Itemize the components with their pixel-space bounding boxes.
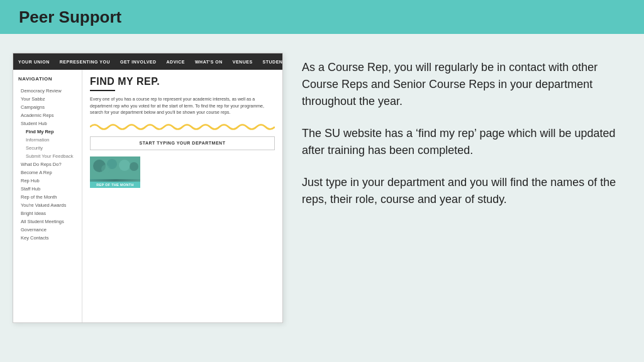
sidebar-item-student-meetings[interactable]: All Student Meetings — [18, 217, 77, 226]
website-screenshot: YOUR UNION REPRESENTING YOU GET INVOLVED… — [13, 53, 283, 323]
svg-point-5 — [101, 165, 110, 173]
main-content: YOUR UNION REPRESENTING YOU GET INVOLVED… — [0, 34, 644, 362]
nav-item-venues[interactable]: VENUES — [233, 60, 253, 64]
svg-point-3 — [119, 160, 130, 171]
sidebar-item-governance[interactable]: Governance — [18, 226, 77, 234]
fake-search-label: START TYPING YOUR DEPARTMENT — [140, 141, 226, 145]
sidebar-item-rep-hub[interactable]: Rep Hub — [18, 177, 77, 185]
fake-site-body: NAVIGATION Democracy Review Your Sabbz C… — [13, 70, 282, 323]
rep-of-month-label: REP OF THE MONTH — [90, 182, 140, 188]
fake-nav: YOUR UNION REPRESENTING YOU GET INVOLVED… — [13, 53, 282, 70]
sidebar-item-campaigns[interactable]: Campaigns — [18, 103, 77, 111]
nav-item-get-involved[interactable]: GET INVOLVED — [120, 60, 157, 64]
fake-page-heading: FIND MY REP. — [90, 76, 275, 87]
nav-item-representing[interactable]: REPRESENTING YOU — [60, 60, 110, 64]
paragraph-3: Just type in your department and you wil… — [302, 174, 625, 208]
text-content-area: As a Course Rep, you will regularly be i… — [302, 53, 625, 208]
paragraph-1: As a Course Rep, you will regularly be i… — [302, 59, 625, 110]
nav-item-your-union[interactable]: YOUR UNION — [18, 60, 50, 64]
nav-item-advice[interactable]: ADVICE — [167, 60, 185, 64]
rep-of-month-image: REP OF THE MONTH — [90, 156, 140, 188]
nav-item-studentpad[interactable]: STUDENTPAD — [263, 60, 283, 64]
sidebar-item-become-rep[interactable]: Become A Rep — [18, 168, 77, 177]
sidebar-item-security[interactable]: Security — [18, 144, 77, 152]
sidebar-item-what-do-reps[interactable]: What Do Reps Do? — [18, 160, 77, 168]
sidebar-item-academic-reps[interactable]: Academic Reps — [18, 111, 77, 119]
fake-sidebar: NAVIGATION Democracy Review Your Sabbz C… — [13, 70, 82, 323]
sidebar-item-information[interactable]: Information — [18, 136, 77, 144]
paragraph-2: The SU website has a ‘find my rep’ page … — [302, 125, 625, 159]
sidebar-item-rep-month[interactable]: Rep of the Month — [18, 193, 77, 201]
fake-main-content: FIND MY REP. Every one of you has a cour… — [82, 70, 282, 323]
page-title: Peer Support — [19, 8, 121, 27]
fake-page-description: Every one of you has a course rep to rep… — [90, 96, 275, 116]
sidebar-nav-title: NAVIGATION — [18, 76, 77, 82]
header-bar: Peer Support — [0, 0, 644, 34]
sidebar-item-staff-hub[interactable]: Staff Hub — [18, 185, 77, 193]
sidebar-item-key-contacts[interactable]: Key Contacts — [18, 234, 77, 242]
sidebar-item-sabbz[interactable]: Your Sabbz — [18, 95, 77, 103]
sidebar-item-submit-feedback[interactable]: Submit Your Feedback — [18, 152, 77, 160]
sidebar-item-democracy[interactable]: Democracy Review — [18, 87, 77, 95]
sidebar-item-bright-ideas[interactable]: Bright Ideas — [18, 209, 77, 217]
title-underline — [90, 90, 115, 91]
svg-point-4 — [130, 162, 138, 171]
fake-search-box[interactable]: START TYPING YOUR DEPARTMENT — [90, 136, 275, 150]
wavy-decoration — [90, 123, 275, 131]
sidebar-item-student-hub[interactable]: Student Hub — [18, 119, 77, 128]
sidebar-item-valued-awards[interactable]: You're Valued Awards — [18, 201, 77, 209]
nav-item-whats-on[interactable]: WHAT'S ON — [195, 60, 223, 64]
sidebar-item-find-my-rep[interactable]: Find My Rep — [18, 128, 77, 136]
